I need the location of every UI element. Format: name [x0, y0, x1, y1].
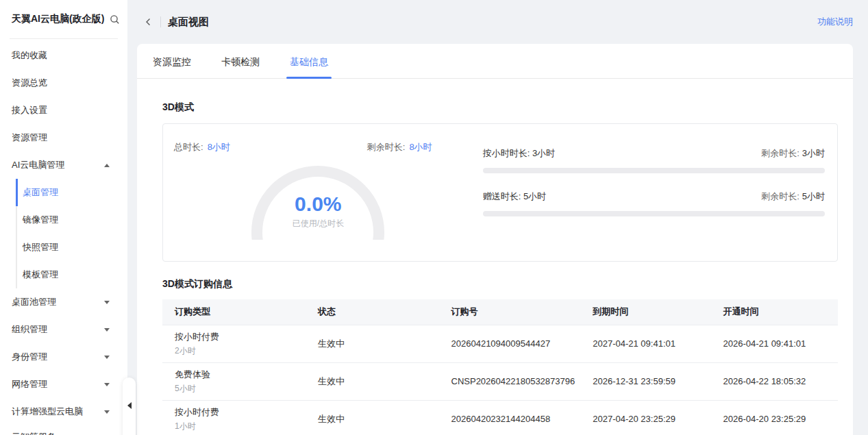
cell-order-no: CNSP20260422180532873796	[439, 362, 581, 400]
cell-order-no: 20260420232144204458	[439, 400, 581, 435]
cell-expire-time: 2027-04-20 23:25:29	[580, 400, 710, 435]
chevron-down-icon	[104, 356, 110, 359]
sidebar-nav: 我的收藏 资源总览 接入设置 资源管理 AI云电脑管理 桌面管理 镜像管理 快照…	[0, 39, 127, 435]
chevron-down-icon	[104, 383, 110, 386]
page-title: 桌面视图	[168, 16, 209, 29]
sidebar-collapse-handle[interactable]	[123, 377, 136, 435]
cell-order-no: 20260421094009544427	[439, 325, 581, 362]
sidebar-item-desktop-pool-mgmt[interactable]: 桌面池管理	[0, 288, 127, 316]
table-row: 按小时付费 2小时 生效中 20260421094009544427 2027-…	[162, 325, 838, 362]
chevron-down-icon	[104, 328, 110, 332]
collapse-left-icon	[127, 402, 132, 409]
orders-section-title: 3D模式订购信息	[162, 278, 838, 290]
tab-basic-info[interactable]: 基础信息	[286, 56, 332, 78]
col-header-expire-time: 到期时间	[580, 299, 710, 325]
remaining-duration-link[interactable]: 8小时	[409, 142, 432, 152]
total-duration: 总时长:8小时	[174, 141, 230, 153]
tab-resource-monitor[interactable]: 资源监控	[149, 56, 195, 78]
mode-section-title: 3D模式	[162, 101, 838, 114]
meter-gift: 赠送时长: 5小时 剩余时长:5小时	[483, 190, 825, 216]
content-panel: 资源监控 卡顿检测 基础信息 3D模式 总时长:8小时 剩余时长:8小时	[137, 44, 853, 435]
remaining-duration: 剩余时长:8小时	[367, 141, 432, 153]
app-title: 天翼AI云电脑(政企版)	[12, 13, 104, 25]
sidebar-item-identity-mgmt[interactable]: 身份管理	[0, 343, 127, 371]
total-duration-link[interactable]: 8小时	[208, 142, 230, 152]
chevron-down-icon	[104, 301, 110, 304]
table-row: 按小时付费 1小时 生效中 20260420232144204458 2027-…	[162, 400, 838, 435]
meter-gift-label: 赠送时长: 5小时	[483, 190, 546, 203]
sidebar-item-snapshot-mgmt[interactable]: 快照管理	[0, 234, 127, 261]
header-divider	[160, 16, 161, 27]
mode-meters-area: 按小时时长: 3小时 剩余时长:3小时 赠送时长: 5小时	[473, 124, 837, 261]
gauge-caption: 已使用/总时长	[245, 218, 390, 229]
chevron-down-icon	[104, 410, 110, 414]
sidebar-item-resource-mgmt[interactable]: 资源管理	[0, 124, 127, 151]
meter-hourly: 按小时时长: 3小时 剩余时长:3小时	[483, 147, 825, 173]
col-header-order-no: 订购号	[439, 299, 581, 325]
chevron-left-icon	[144, 17, 153, 27]
cell-open-time: 2026-04-21 09:41:01	[711, 325, 838, 362]
cell-status: 生效中	[306, 400, 438, 435]
sidebar-item-compute-enhanced-pc[interactable]: 计算增强型云电脑	[0, 398, 127, 425]
cell-expire-time: 2026-12-31 23:59:59	[580, 362, 710, 400]
cell-order-type: 免费体验 5小时	[162, 362, 306, 400]
cell-status: 生效中	[306, 362, 438, 400]
orders-table-header-row: 订购类型 状态 订购号 到期时间 开通时间	[162, 299, 838, 325]
tab-bar: 资源监控 卡顿检测 基础信息	[137, 44, 853, 79]
cell-order-type: 按小时付费 1小时	[162, 400, 306, 435]
sidebar-item-resource-overview[interactable]: 资源总览	[0, 69, 127, 97]
sidebar-item-org-mgmt[interactable]: 组织管理	[0, 316, 127, 343]
usage-gauge: 0.0% 已使用/总时长	[245, 164, 390, 240]
search-icon[interactable]	[110, 14, 120, 25]
tab-lag-detection[interactable]: 卡顿检测	[218, 56, 263, 78]
panel-body: 3D模式 总时长:8小时 剩余时长:8小时 0.0%	[137, 101, 853, 435]
sidebar-item-favorites[interactable]: 我的收藏	[0, 42, 127, 69]
orders-table: 订购类型 状态 订购号 到期时间 开通时间 按小时付费 2小时 生效中	[162, 299, 838, 435]
help-link[interactable]: 功能说明	[817, 16, 853, 28]
sidebar-item-access-settings[interactable]: 接入设置	[0, 97, 127, 124]
cell-open-time: 2026-04-22 18:05:32	[711, 362, 838, 400]
col-header-order-type: 订购类型	[162, 299, 306, 325]
meter-hourly-progressbar	[483, 168, 825, 173]
sidebar-item-template-mgmt[interactable]: 模板管理	[0, 261, 127, 288]
chevron-up-icon	[104, 164, 110, 167]
sidebar-item-network-mgmt[interactable]: 网络管理	[0, 371, 127, 398]
mode-gauge-area: 总时长:8小时 剩余时长:8小时 0.0% 已使用/总时长	[163, 124, 473, 261]
cell-order-type: 按小时付费 2小时	[162, 325, 306, 362]
gauge-percent: 0.0%	[245, 193, 390, 215]
col-header-open-time: 开通时间	[711, 299, 838, 325]
sidebar: 天翼AI云电脑(政企版) 我的收藏 资源总览 接入设置 资源管理 AI云电脑管理…	[0, 0, 127, 435]
sidebar-item-ai-cloud-pc-mgmt[interactable]: AI云电脑管理	[0, 151, 127, 179]
meter-gift-remaining: 剩余时长:5小时	[761, 190, 825, 203]
sidebar-item-desktop-mgmt[interactable]: 桌面管理	[0, 179, 127, 206]
cell-expire-time: 2027-04-21 09:41:01	[580, 325, 710, 362]
mode-card: 总时长:8小时 剩余时长:8小时 0.0% 已使用/总时长	[162, 123, 838, 262]
col-header-status: 状态	[306, 299, 438, 325]
meter-hourly-label: 按小时时长: 3小时	[483, 147, 555, 160]
back-button[interactable]	[144, 17, 153, 27]
main-content: 桌面视图 功能说明 资源监控 卡顿检测 基础信息 3D模式 总时长:8小时 剩余…	[127, 0, 868, 435]
sidebar-item-image-mgmt[interactable]: 镜像管理	[0, 206, 127, 234]
sidebar-item-clipped[interactable]: 云智算服务	[0, 425, 127, 435]
sidebar-header: 天翼AI云电脑(政企版)	[0, 0, 127, 38]
page-header: 桌面视图 功能说明	[127, 0, 868, 44]
meter-hourly-remaining: 剩余时长:3小时	[761, 147, 825, 160]
cell-status: 生效中	[306, 325, 438, 362]
cell-open-time: 2026-04-20 23:25:29	[711, 400, 838, 435]
meter-gift-progressbar	[483, 211, 825, 216]
table-row: 免费体验 5小时 生效中 CNSP20260422180532873796 20…	[162, 362, 838, 400]
